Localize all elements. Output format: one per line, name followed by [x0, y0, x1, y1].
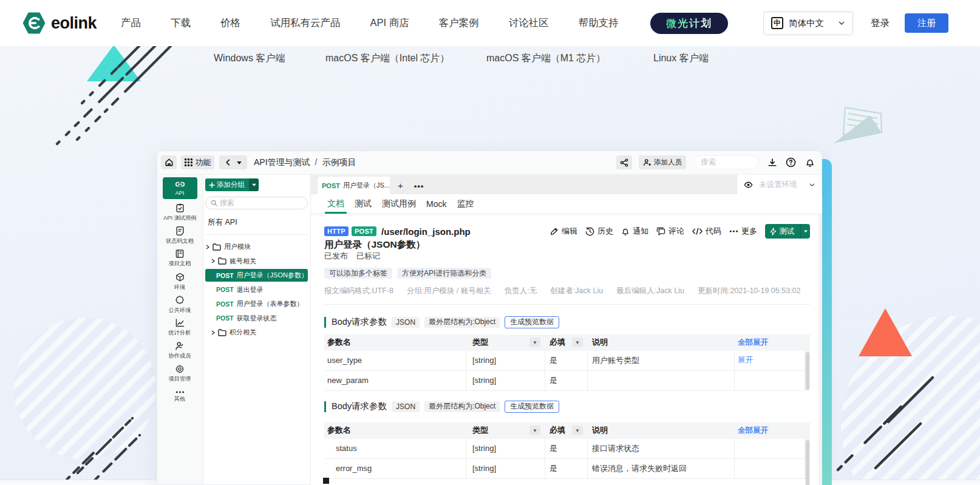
help-icon[interactable]	[786, 157, 796, 168]
subtab[interactable]: 文档	[327, 194, 344, 214]
api-tree-row[interactable]: 用户模块	[205, 240, 308, 253]
download-link[interactable]: Linux 客户端	[653, 52, 709, 65]
test-button-main[interactable]: 测试	[765, 224, 800, 239]
feature-menu-button[interactable]: 功能	[181, 155, 214, 169]
topbar-search-input[interactable]: 搜索	[694, 155, 758, 169]
param-name: status	[327, 444, 357, 453]
rail-item[interactable]: API	[163, 177, 197, 199]
rail-item[interactable]: 统计分析	[163, 316, 197, 339]
document-action-button[interactable]: 历史	[585, 226, 613, 237]
api-tree-row[interactable]: POST 获取登录状态	[205, 312, 308, 325]
nav-item[interactable]: 帮助支持	[579, 16, 619, 30]
document-action-button[interactable]: 更多	[729, 226, 757, 237]
brand-logo[interactable]: eolink	[22, 12, 97, 35]
test-button-caret[interactable]	[800, 224, 810, 239]
api-tree-row[interactable]: POST 退出登录	[205, 283, 308, 296]
tab-options-button[interactable]: •••	[414, 182, 424, 190]
expand-all-link[interactable]: 全部展开	[738, 426, 768, 436]
expand-all-link[interactable]: 全部展开	[738, 337, 768, 348]
document-action-button[interactable]: 评论	[656, 226, 684, 237]
structure-chip: 最外层结构为:Object	[424, 401, 500, 412]
new-tab-button[interactable]: +	[398, 181, 403, 190]
nav-item[interactable]: 产品	[121, 16, 141, 30]
scrollbar-thumb[interactable]	[806, 440, 809, 485]
add-group-main[interactable]: 添加分组	[205, 178, 249, 191]
api-path: /user/login_json.php	[381, 226, 471, 237]
tag-chip[interactable]: 方便对API进行筛选和分类	[397, 268, 491, 279]
add-group-caret[interactable]	[249, 178, 259, 191]
param-required-cell: 是	[545, 371, 588, 390]
download-link[interactable]: macOS 客户端（Intel 芯片）	[325, 52, 449, 65]
required-filter-button[interactable]: ▼	[572, 337, 583, 347]
api-tree: 用户模块 账号相关	[205, 240, 308, 339]
subtab[interactable]: Mock	[426, 194, 446, 214]
home-button[interactable]	[161, 155, 177, 169]
breadcrumb-project-group[interactable]: API管理与测试	[254, 157, 310, 168]
type-filter-button[interactable]: ▼	[529, 337, 540, 347]
subtab[interactable]: 监控	[457, 194, 474, 214]
rail-item[interactable]: 其他	[163, 385, 197, 409]
api-tree-row[interactable]: 积分相关	[205, 326, 308, 339]
search-icon	[211, 200, 217, 206]
tag-chip[interactable]: 可以添加多个标签	[324, 268, 392, 279]
pencil-icon	[550, 227, 559, 236]
sidebar-search-placeholder: 搜索	[220, 198, 234, 208]
rail-item[interactable]: 状态码文档	[163, 224, 197, 247]
folder-icon	[213, 243, 221, 251]
add-member-button[interactable]: 添加人员	[639, 155, 686, 169]
active-tab-label: 用户登录（JS...	[343, 181, 390, 190]
section-title: Body请求参数	[332, 401, 387, 412]
rail-item[interactable]: 协作成员	[163, 339, 197, 362]
api-tree-row[interactable]: 账号相关	[205, 255, 308, 268]
subtab[interactable]: 测试用例	[382, 194, 416, 214]
login-link[interactable]: 登录	[871, 17, 890, 30]
rail-item[interactable]: 环境	[163, 270, 197, 293]
language-selector[interactable]: 中 简体中文	[763, 12, 853, 35]
download-icon[interactable]	[767, 157, 777, 168]
table-scrollbar[interactable]	[805, 351, 810, 391]
environment-selector[interactable]: 未设置环境	[737, 175, 822, 194]
subtab[interactable]: 测试	[355, 194, 372, 214]
test-button[interactable]: 测试	[765, 224, 810, 239]
api-tree-row[interactable]: POST 用户登录（JSON参数）	[205, 269, 308, 282]
table-scrollbar[interactable]	[805, 439, 810, 485]
share-button[interactable]	[616, 155, 632, 169]
window-scrollbar[interactable]	[818, 214, 822, 485]
nav-item[interactable]: 下载	[171, 16, 191, 30]
nav-item[interactable]: 讨论社区	[509, 16, 549, 30]
register-button[interactable]: 注册	[905, 13, 948, 33]
navbar-right: 微光计划 中 简体中文 登录 注册	[650, 12, 948, 35]
document-action-button[interactable]: 通知	[621, 226, 648, 237]
document-action-button[interactable]: 代码	[692, 226, 721, 237]
nav-item[interactable]: 试用私有云产品	[270, 16, 341, 30]
promo-pill-label: 微光计划	[666, 16, 712, 30]
object-toggle-icon[interactable]	[323, 478, 329, 484]
active-document-tab[interactable]: POST 用户登录（JS...	[318, 177, 390, 194]
back-navigation-button[interactable]	[219, 155, 247, 169]
rail-item[interactable]: 公共环境	[163, 293, 197, 316]
rail-item[interactable]: 项目管理	[163, 362, 197, 385]
api-tree-row[interactable]: POST 用户登录（表单参数）	[205, 297, 308, 310]
type-filter-button[interactable]: ▼	[529, 426, 540, 435]
expand-link[interactable]: 展开	[738, 355, 753, 365]
scrollbar-thumb[interactable]	[806, 352, 809, 390]
document-action-button[interactable]: 编辑	[550, 226, 577, 237]
bell-icon[interactable]	[805, 157, 815, 168]
download-link[interactable]: macOS 客户端（M1 芯片）	[486, 52, 605, 65]
promo-pill-button[interactable]: 微光计划	[650, 13, 728, 34]
required-filter-button[interactable]: ▼	[572, 426, 583, 435]
nav-item[interactable]: 客户案例	[439, 16, 479, 30]
download-link[interactable]: Windows 客户端	[214, 52, 285, 65]
all-api-label[interactable]: 所有 API	[208, 217, 308, 228]
rail-item[interactable]: 项目文档	[163, 247, 197, 270]
generate-preview-button[interactable]: 生成预览数据	[505, 401, 559, 413]
breadcrumb-project[interactable]: 示例项目	[322, 157, 356, 168]
nav-item[interactable]: 价格	[220, 16, 240, 30]
sidebar-search-input[interactable]: 搜索	[205, 197, 308, 209]
add-group-button[interactable]: 添加分组	[205, 178, 259, 191]
share-icon	[620, 158, 628, 167]
api-tags: 可以添加多个标签 方便对API进行筛选和分类	[324, 268, 810, 279]
generate-preview-button[interactable]: 生成预览数据	[505, 316, 559, 328]
nav-item[interactable]: API 商店	[370, 16, 409, 30]
rail-item[interactable]: API 测试用例	[163, 201, 197, 224]
